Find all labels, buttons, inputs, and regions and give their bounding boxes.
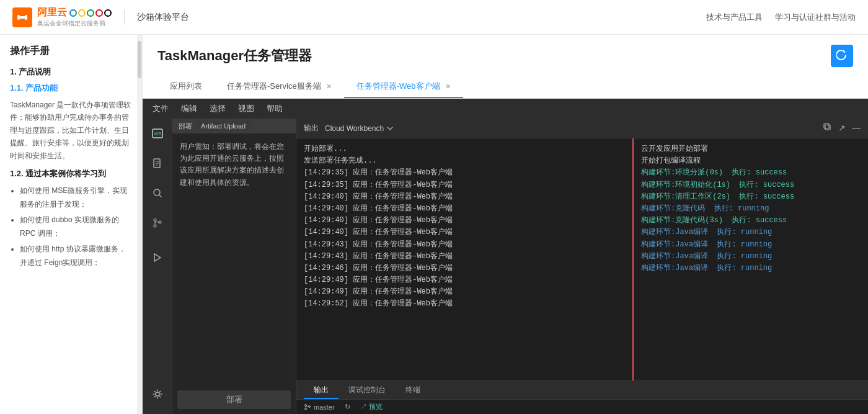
main-header: TaskManager任务管理器 应用列表 任务管理器-Service服务端 ✕ bbox=[143, 35, 868, 99]
git-branch[interactable]: master bbox=[304, 403, 335, 411]
log-line: 构建环节:环境初始化(1s) 执行: success bbox=[641, 179, 861, 191]
svg-point-17 bbox=[156, 392, 159, 396]
svg-point-13 bbox=[154, 225, 156, 227]
log-line: [14:29:35] 应用：任务管理器-Web客户端 bbox=[304, 179, 625, 191]
expand-icon[interactable]: ↗ bbox=[838, 123, 846, 133]
log-line: [14:29:43] 应用：任务管理器-Web客户端 bbox=[304, 239, 625, 251]
toolbar-edit[interactable]: 编辑 bbox=[181, 103, 197, 114]
output-source[interactable]: Cloud Workbench bbox=[325, 124, 394, 133]
log-line: 构建环节:克隆代码 执行: running bbox=[641, 203, 861, 215]
log-line: 云开发应用开始部署 bbox=[641, 143, 861, 155]
list-item: 如何使用 http 协议暴露微服务，并通过 Feign实现调用； bbox=[20, 243, 132, 269]
log-line: 开始部署... bbox=[304, 143, 625, 155]
sidebar: 操作手册 1. 产品说明 1.1. 产品功能 TaskManager 是一款代办… bbox=[0, 35, 143, 414]
ide-right-area: 输出 Cloud Workbench bbox=[296, 119, 868, 414]
sidebar-scrollbar[interactable] bbox=[137, 35, 142, 414]
tab-service-close[interactable]: ✕ bbox=[326, 83, 332, 91]
main-content: TaskManager任务管理器 应用列表 任务管理器-Service服务端 ✕ bbox=[143, 35, 868, 414]
log-line: [14:29:49] 应用：任务管理器-Web客户端 bbox=[304, 274, 625, 286]
svg-rect-18 bbox=[825, 125, 830, 130]
log-line: [14:29:40] 应用：任务管理器-Web客户端 bbox=[304, 191, 625, 203]
log-line: [14:29:43] 应用：任务管理器-Web客户端 bbox=[304, 251, 625, 263]
brand-text: 阿里云 奥运会全球指定云服务商 bbox=[37, 6, 112, 28]
toolbar-select[interactable]: 选择 bbox=[210, 103, 226, 114]
log-line: 构建环节:克隆代码(3s) 执行: success bbox=[641, 215, 861, 227]
svg-rect-19 bbox=[824, 124, 829, 128]
deploy-label: 部署 bbox=[179, 122, 192, 131]
svg-marker-16 bbox=[154, 254, 161, 261]
git-icon[interactable] bbox=[148, 213, 167, 233]
log-line: [14:29:40] 应用：任务管理器-Web客户端 bbox=[304, 215, 625, 227]
search-icon[interactable] bbox=[148, 183, 167, 203]
log-line: 构建环节:Java编译 执行: running bbox=[641, 227, 861, 238]
top-nav: - 阿里云 奥运会全球指定云服务商 沙箱体验平台 技术与产品工具 学习与认证社群… bbox=[0, 0, 868, 35]
output-actions: ↗ — bbox=[823, 123, 861, 133]
svg-text:WB: WB bbox=[154, 131, 162, 137]
status-bar: master ↻ ↗ 预览 bbox=[296, 399, 868, 414]
settings-icon[interactable] bbox=[148, 384, 167, 404]
svg-point-21 bbox=[305, 408, 307, 410]
bottom-tabs: 输出 调试控制台 终端 bbox=[296, 380, 868, 399]
log-line: [14:29:35] 应用：任务管理器-Web客户端 bbox=[304, 167, 625, 179]
log-line: 开始打包编译流程 bbox=[641, 155, 861, 167]
log-line: 构建环节:Java编译 执行: running bbox=[641, 263, 861, 274]
refresh-icon bbox=[836, 50, 848, 61]
bottom-tab-output[interactable]: 输出 bbox=[304, 381, 339, 399]
list-item: 如何使用 MSE微服务引擎，实现服务的注册于发现； bbox=[20, 184, 132, 211]
nav-tech-tools[interactable]: 技术与产品工具 bbox=[706, 12, 763, 23]
log-line: 构建环节:Java编译 执行: running bbox=[641, 251, 861, 263]
preview-button[interactable]: ↗ 预览 bbox=[360, 402, 383, 412]
refresh-button[interactable] bbox=[831, 45, 853, 67]
run-icon[interactable] bbox=[148, 248, 167, 268]
page-title: TaskManager任务管理器 bbox=[157, 47, 312, 65]
files-icon[interactable] bbox=[148, 153, 167, 173]
bottom-tab-terminal[interactable]: 终端 bbox=[396, 381, 430, 399]
log-line: [14:29:46] 应用：任务管理器-Web客户端 bbox=[304, 263, 625, 274]
deploy-icon[interactable]: WB bbox=[148, 124, 167, 143]
output-body: 开始部署... 发送部署任务完成... [14:29:35] 应用：任务管理器-… bbox=[296, 138, 868, 380]
copy-output-icon[interactable] bbox=[823, 123, 832, 133]
sidebar-section2: 1.2. 通过本案例你将学习到 bbox=[10, 168, 132, 179]
branch-name: master bbox=[314, 403, 335, 411]
sidebar-section1-1[interactable]: 1.1. 产品功能 bbox=[10, 83, 132, 94]
deploy-button[interactable]: 部署 bbox=[177, 390, 291, 409]
top-nav-right: 技术与产品工具 学习与认证社群与活动 bbox=[706, 12, 856, 23]
svg-rect-2 bbox=[19, 16, 26, 19]
tab-web-client[interactable]: 任务管理器-Web客户端 ✕ bbox=[344, 76, 463, 98]
ide-left-icons: WB bbox=[143, 119, 172, 414]
toolbar-help[interactable]: 帮助 bbox=[267, 103, 283, 114]
tab-service[interactable]: 任务管理器-Service服务端 ✕ bbox=[215, 76, 344, 98]
aliyun-text: 阿里云 bbox=[37, 6, 67, 19]
svg-point-12 bbox=[154, 218, 156, 221]
left-panel-header: 部署 Artifact Upload bbox=[172, 119, 296, 133]
sandbox-title: 沙箱体验平台 bbox=[137, 12, 189, 23]
sidebar-section1-text: TaskManager 是一款代办事项管理软件；能够协助用户完成待办事务的管理与… bbox=[10, 99, 132, 162]
nav-community[interactable]: 学习与认证社群与活动 bbox=[775, 12, 856, 23]
sync-button[interactable]: ↻ bbox=[345, 403, 350, 411]
logo-wrap: - 阿里云 奥运会全球指定云服务商 bbox=[12, 6, 112, 28]
sync-icon: ↻ bbox=[345, 403, 350, 411]
toolbar-file[interactable]: 文件 bbox=[153, 103, 169, 114]
left-log-panel[interactable]: 开始部署... 发送部署任务完成... [14:29:35] 应用：任务管理器-… bbox=[296, 138, 632, 380]
sidebar-title: 操作手册 bbox=[10, 45, 132, 58]
cloud-workbench-label: Cloud Workbench bbox=[325, 124, 384, 133]
close-output-icon[interactable]: — bbox=[852, 123, 861, 133]
artifact-upload-badge: Artifact Upload bbox=[196, 121, 250, 131]
log-line: 发送部署任务完成... bbox=[304, 155, 625, 167]
tab-app-list[interactable]: 应用列表 bbox=[157, 76, 215, 98]
ide-toolbar: 文件 编辑 选择 视图 帮助 bbox=[143, 99, 868, 119]
bottom-tab-debug[interactable]: 调试控制台 bbox=[339, 381, 396, 399]
log-line: [14:29:40] 应用：任务管理器-Web客户端 bbox=[304, 227, 625, 238]
sidebar-scroll-thumb bbox=[138, 41, 141, 78]
sidebar-list: 如何使用 MSE微服务引擎，实现服务的注册于发现； 如何使用 dubbo 实现微… bbox=[10, 184, 132, 270]
log-line: 构建环节:清理工作区(2s) 执行: success bbox=[641, 191, 861, 203]
nav-divider bbox=[124, 10, 125, 25]
ide-area: 文件 编辑 选择 视图 帮助 WB bbox=[143, 99, 868, 414]
tab-web-client-close[interactable]: ✕ bbox=[445, 83, 451, 91]
svg-point-20 bbox=[305, 404, 307, 406]
layout: 操作手册 1. 产品说明 1.1. 产品功能 TaskManager 是一款代办… bbox=[0, 35, 868, 414]
right-log-panel[interactable]: 云开发应用开始部署 开始打包编译流程 构建环节:环境分派(0s) 执行: suc… bbox=[632, 138, 868, 380]
branch-icon bbox=[304, 403, 311, 411]
toolbar-view[interactable]: 视图 bbox=[238, 103, 254, 114]
main-header-top: TaskManager任务管理器 bbox=[157, 45, 853, 67]
